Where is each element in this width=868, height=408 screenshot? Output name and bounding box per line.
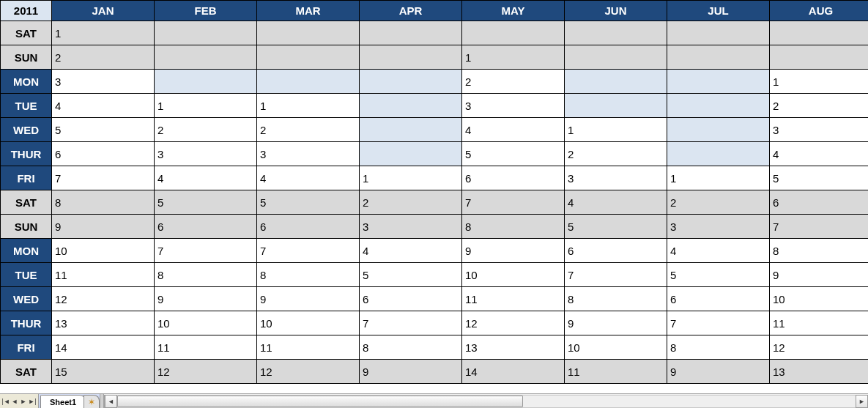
calendar-cell[interactable]: 3: [770, 118, 869, 142]
calendar-cell[interactable]: 2: [565, 142, 667, 166]
calendar-cell[interactable]: 7: [257, 239, 360, 263]
calendar-cell[interactable]: 10: [52, 239, 155, 263]
calendar-cell[interactable]: 5: [360, 263, 462, 287]
calendar-cell[interactable]: 11: [462, 287, 565, 311]
month-header-may[interactable]: MAY: [462, 1, 565, 21]
calendar-cell[interactable]: 12: [462, 311, 565, 335]
calendar-cell[interactable]: [565, 70, 667, 94]
calendar-cell[interactable]: 3: [667, 215, 770, 239]
calendar-cell[interactable]: 8: [52, 190, 155, 215]
calendar-cell[interactable]: 5: [155, 190, 257, 215]
calendar-cell[interactable]: [667, 70, 770, 94]
calendar-cell[interactable]: [360, 94, 462, 118]
hscroll-right-button[interactable]: ►: [856, 395, 868, 408]
calendar-cell[interactable]: [257, 21, 360, 45]
year-corner-cell[interactable]: 2011: [1, 1, 52, 21]
calendar-cell[interactable]: 4: [52, 94, 155, 118]
calendar-cell[interactable]: 9: [155, 287, 257, 311]
day-label[interactable]: TUE: [1, 94, 52, 118]
day-label[interactable]: SUN: [1, 215, 52, 239]
calendar-cell[interactable]: [565, 21, 667, 45]
calendar-cell[interactable]: 13: [52, 311, 155, 335]
month-header-mar[interactable]: MAR: [257, 1, 360, 21]
calendar-cell[interactable]: 8: [667, 335, 770, 360]
calendar-cell[interactable]: 9: [565, 311, 667, 335]
calendar-cell[interactable]: [360, 142, 462, 166]
calendar-cell[interactable]: 8: [155, 263, 257, 287]
calendar-cell[interactable]: 4: [257, 166, 360, 190]
calendar-cell[interactable]: [155, 21, 257, 45]
calendar-cell[interactable]: 9: [360, 360, 462, 384]
calendar-cell[interactable]: 11: [770, 311, 869, 335]
day-label[interactable]: WED: [1, 287, 52, 311]
calendar-cell[interactable]: [257, 45, 360, 70]
calendar-cell[interactable]: 12: [52, 287, 155, 311]
calendar-cell[interactable]: 3: [565, 166, 667, 190]
day-label[interactable]: SUN: [1, 45, 52, 70]
calendar-cell[interactable]: 11: [565, 360, 667, 384]
calendar-cell[interactable]: [360, 118, 462, 142]
calendar-cell[interactable]: 2: [770, 94, 869, 118]
calendar-cell[interactable]: 8: [462, 215, 565, 239]
month-header-jun[interactable]: JUN: [565, 1, 667, 21]
calendar-cell[interactable]: 9: [52, 215, 155, 239]
month-header-apr[interactable]: APR: [360, 1, 462, 21]
calendar-cell[interactable]: 3: [462, 94, 565, 118]
day-label[interactable]: MON: [1, 70, 52, 94]
calendar-cell[interactable]: 7: [667, 311, 770, 335]
calendar-cell[interactable]: 7: [565, 263, 667, 287]
calendar-cell[interactable]: 4: [462, 118, 565, 142]
calendar-cell[interactable]: [667, 94, 770, 118]
day-label[interactable]: WED: [1, 118, 52, 142]
calendar-cell[interactable]: 4: [155, 166, 257, 190]
calendar-cell[interactable]: 11: [257, 335, 360, 360]
calendar-cell[interactable]: [565, 94, 667, 118]
calendar-cell[interactable]: [360, 45, 462, 70]
calendar-cell[interactable]: 6: [52, 142, 155, 166]
calendar-cell[interactable]: 10: [155, 311, 257, 335]
calendar-cell[interactable]: 8: [360, 335, 462, 360]
calendar-cell[interactable]: 2: [155, 118, 257, 142]
calendar-cell[interactable]: 1: [257, 94, 360, 118]
calendar-cell[interactable]: [770, 21, 869, 45]
day-label[interactable]: THUR: [1, 142, 52, 166]
calendar-cell[interactable]: [462, 21, 565, 45]
calendar-cell[interactable]: 3: [360, 215, 462, 239]
calendar-cell[interactable]: 7: [155, 239, 257, 263]
calendar-cell[interactable]: 1: [770, 70, 869, 94]
calendar-cell[interactable]: 2: [52, 45, 155, 70]
day-label[interactable]: FRI: [1, 166, 52, 190]
calendar-cell[interactable]: 5: [770, 166, 869, 190]
hscroll-left-button[interactable]: ◄: [105, 395, 117, 408]
calendar-cell[interactable]: 13: [462, 335, 565, 360]
day-label[interactable]: FRI: [1, 335, 52, 360]
calendar-cell[interactable]: 9: [667, 360, 770, 384]
calendar-cell[interactable]: 1: [462, 45, 565, 70]
sheet-tab-sheet1[interactable]: Sheet1: [40, 395, 86, 408]
calendar-cell[interactable]: 2: [360, 190, 462, 215]
sheet-nav-next-icon[interactable]: ►: [19, 396, 28, 407]
calendar-cell[interactable]: 1: [52, 21, 155, 45]
calendar-cell[interactable]: 4: [667, 239, 770, 263]
calendar-cell[interactable]: 6: [770, 190, 869, 215]
calendar-cell[interactable]: 6: [667, 287, 770, 311]
month-header-aug[interactable]: AUG: [770, 1, 869, 21]
calendar-cell[interactable]: 8: [565, 287, 667, 311]
calendar-cell[interactable]: 2: [462, 70, 565, 94]
sheet-nav-prev-icon[interactable]: ◄: [10, 396, 19, 407]
calendar-cell[interactable]: 4: [565, 190, 667, 215]
day-label[interactable]: SAT: [1, 21, 52, 45]
calendar-cell[interactable]: 6: [462, 166, 565, 190]
calendar-cell[interactable]: [155, 70, 257, 94]
new-sheet-tab[interactable]: ✶: [84, 395, 100, 408]
calendar-cell[interactable]: 6: [360, 287, 462, 311]
calendar-cell[interactable]: 2: [667, 190, 770, 215]
calendar-cell[interactable]: 7: [770, 215, 869, 239]
sheet-nav-last-icon[interactable]: ►|: [28, 396, 37, 407]
calendar-cell[interactable]: [667, 118, 770, 142]
calendar-cell[interactable]: [257, 70, 360, 94]
calendar-cell[interactable]: 2: [257, 118, 360, 142]
calendar-cell[interactable]: [770, 45, 869, 70]
calendar-cell[interactable]: 6: [565, 239, 667, 263]
day-label[interactable]: THUR: [1, 311, 52, 335]
